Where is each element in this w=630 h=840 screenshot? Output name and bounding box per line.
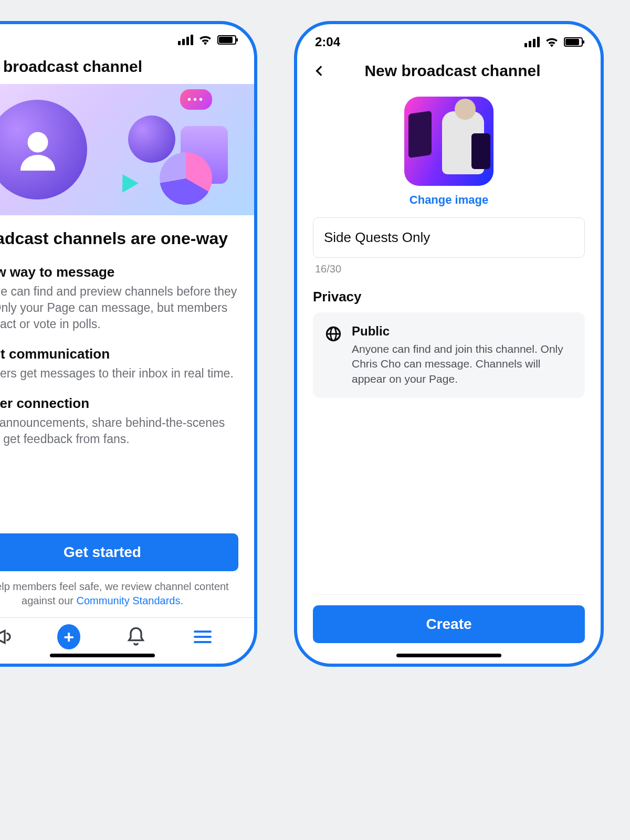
bell-icon <box>125 626 146 647</box>
megaphone-icon <box>0 626 13 647</box>
tab-create[interactable]: + <box>57 625 80 648</box>
feature-item: Direct communication Members get message… <box>0 346 238 382</box>
feature-body: Members get messages to their inbox in r… <box>0 365 238 382</box>
pie-shape-icon <box>160 152 212 205</box>
header: New broadcast channel <box>0 48 254 84</box>
blob-shape-icon <box>128 116 175 163</box>
avatar-icon <box>13 125 63 175</box>
home-indicator <box>396 654 501 657</box>
cursor-icon <box>114 170 139 193</box>
feature-body: Anyone can find and preview channels bef… <box>0 284 238 332</box>
globe-icon <box>324 325 342 343</box>
status-indicators <box>524 37 583 47</box>
header: New broadcast channel <box>297 52 601 88</box>
create-button[interactable]: Create <box>313 605 585 643</box>
home-indicator <box>50 654 155 657</box>
wifi-icon <box>545 37 559 47</box>
channel-image[interactable] <box>404 97 494 186</box>
tab-bar: + <box>0 617 254 650</box>
headline: Broadcast channels are one-way <box>0 229 238 248</box>
tab-menu[interactable] <box>191 625 214 648</box>
svg-point-0 <box>28 132 48 153</box>
feature-body: Make announcements, share behind-the-sce… <box>0 415 238 447</box>
plus-icon: + <box>57 624 80 649</box>
wifi-icon <box>198 35 212 45</box>
battery-icon <box>217 35 236 45</box>
char-count: 16/30 <box>315 263 585 275</box>
cellular-icon <box>524 37 540 47</box>
status-bar <box>0 24 254 48</box>
get-started-button[interactable]: Get started <box>0 533 238 571</box>
feature-title: A new way to message <box>0 264 238 280</box>
privacy-option-title: Public <box>352 324 573 339</box>
cellular-icon <box>178 35 193 45</box>
divider <box>313 594 585 595</box>
channel-name-input[interactable] <box>313 217 585 258</box>
disclaimer-text: To help members feel safe, we review cha… <box>0 580 238 608</box>
page-title: New broadcast channel <box>0 58 238 76</box>
tab-megaphone[interactable] <box>0 625 14 648</box>
feature-item: A new way to message Anyone can find and… <box>0 264 238 332</box>
feature-item: Deeper connection Make announcements, sh… <box>0 395 238 447</box>
feature-title: Deeper connection <box>0 395 238 412</box>
status-time: 2:04 <box>315 35 340 49</box>
battery-icon <box>564 37 583 47</box>
status-bar: 2:04 <box>297 24 601 52</box>
change-image-link[interactable]: Change image <box>410 193 488 207</box>
privacy-section-label: Privacy <box>313 289 585 305</box>
hero-illustration: + ••• ••• <box>0 84 254 215</box>
tab-notifications[interactable] <box>124 625 148 648</box>
feature-title: Direct communication <box>0 346 238 362</box>
phone-intro-screen: New broadcast channel + ••• ••• Broadcas… <box>0 21 257 667</box>
status-indicators <box>178 35 236 45</box>
phone-create-screen: 2:04 New broadcast channel Change image <box>294 21 604 667</box>
privacy-option-body: Anyone can find and join this channel. O… <box>352 342 573 386</box>
page-title: New broadcast channel <box>320 62 585 80</box>
privacy-option-public[interactable]: Public Anyone can find and join this cha… <box>313 312 585 398</box>
speech-bubble-icon: ••• <box>180 89 212 110</box>
menu-icon <box>194 631 212 643</box>
community-standards-link[interactable]: Community Standards. <box>77 595 183 606</box>
